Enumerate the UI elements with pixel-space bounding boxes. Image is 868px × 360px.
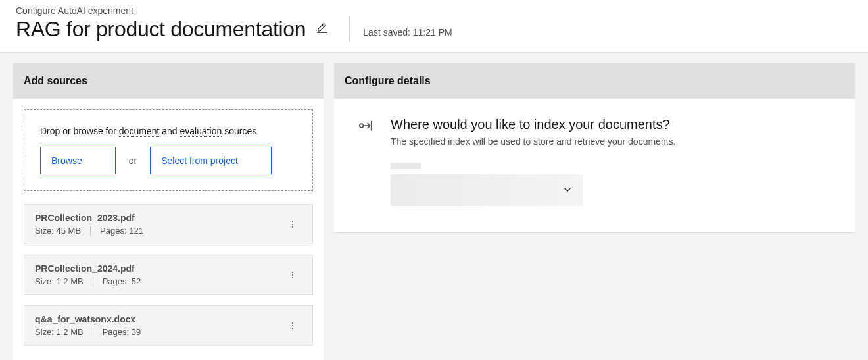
divider xyxy=(90,226,91,236)
edit-icon[interactable] xyxy=(316,22,328,37)
or-text: or xyxy=(129,155,137,166)
file-name: PRCollection_2023.pdf xyxy=(35,213,143,223)
file-size: Size: 1.2 MB xyxy=(35,327,84,337)
file-name: q&a_for_watsonx.docx xyxy=(35,314,141,324)
divider xyxy=(93,277,93,286)
drop-zone[interactable]: Drop or browse for document and evaluati… xyxy=(24,109,313,191)
configure-details-title: Configure details xyxy=(334,63,855,99)
page-header: Configure AutoAI experiment RAG for prod… xyxy=(0,0,868,53)
file-name: PRCollection_2024.pdf xyxy=(35,263,141,274)
overflow-menu-icon[interactable] xyxy=(283,266,302,284)
svg-point-5 xyxy=(292,277,293,278)
index-question: Where would you like to index your docum… xyxy=(391,117,831,132)
evaluation-link[interactable]: evaluation xyxy=(180,126,222,137)
skeleton-label xyxy=(391,163,421,169)
divider xyxy=(349,16,350,41)
overflow-menu-icon[interactable] xyxy=(283,317,302,335)
file-size: Size: 45 MB xyxy=(35,226,81,236)
breadcrumb: Configure AutoAI experiment xyxy=(16,5,328,16)
file-item: PRCollection_2023.pdf Size: 45 MB Pages:… xyxy=(24,204,313,244)
svg-point-7 xyxy=(292,325,293,326)
configure-details-panel: Configure details Where would you like t… xyxy=(334,63,855,233)
chevron-down-icon xyxy=(563,185,572,196)
svg-point-8 xyxy=(292,328,293,329)
document-link[interactable]: document xyxy=(119,126,159,137)
svg-point-0 xyxy=(292,221,293,222)
svg-point-6 xyxy=(292,322,293,324)
file-item: PRCollection_2024.pdf Size: 1.2 MB Pages… xyxy=(24,255,313,295)
file-pages: Pages: 52 xyxy=(103,276,141,286)
svg-point-4 xyxy=(292,274,293,276)
last-saved-text: Last saved: 11:21 PM xyxy=(363,27,452,41)
svg-point-2 xyxy=(292,226,293,228)
overflow-menu-icon[interactable] xyxy=(283,215,302,234)
file-pages: Pages: 121 xyxy=(100,226,143,236)
drop-instructions: Drop or browse for document and evaluati… xyxy=(40,126,297,136)
page-title: RAG for product documentation xyxy=(16,17,306,41)
select-from-project-button[interactable]: Select from project xyxy=(150,147,272,174)
file-size: Size: 1.2 MB xyxy=(35,276,84,286)
add-sources-title: Add sources xyxy=(13,63,324,99)
svg-point-3 xyxy=(292,272,293,273)
svg-point-9 xyxy=(360,124,364,128)
divider xyxy=(93,328,93,337)
index-select-skeleton[interactable] xyxy=(391,174,583,206)
file-item: q&a_for_watsonx.docx Size: 1.2 MB Pages:… xyxy=(24,305,313,346)
content-area: Add sources Drop or browse for document … xyxy=(0,53,868,360)
index-description: The specified index will be used to stor… xyxy=(391,136,831,147)
add-sources-panel: Add sources Drop or browse for document … xyxy=(13,63,324,360)
file-pages: Pages: 39 xyxy=(103,327,141,337)
index-icon xyxy=(358,117,375,136)
svg-point-1 xyxy=(292,224,293,225)
browse-button[interactable]: Browse xyxy=(40,147,116,174)
